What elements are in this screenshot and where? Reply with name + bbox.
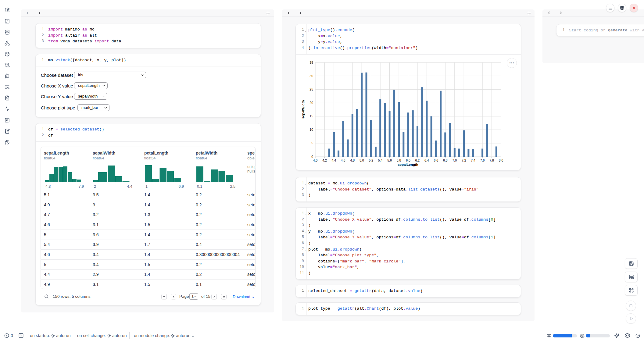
- svg-text:15: 15: [309, 114, 313, 118]
- svg-text:7.2: 7.2: [462, 159, 466, 162]
- svg-text:30: 30: [309, 74, 313, 78]
- svg-text:10: 10: [309, 128, 313, 131]
- svg-text:4.0: 4.0: [313, 159, 318, 162]
- svg-text:7.4: 7.4: [471, 159, 475, 162]
- svg-text:6.0: 6.0: [406, 159, 410, 162]
- svg-text:7.6: 7.6: [480, 159, 485, 162]
- svg-text:0: 0: [311, 155, 313, 159]
- svg-text:6.2: 6.2: [415, 159, 420, 162]
- svg-text:6.4: 6.4: [424, 159, 429, 162]
- svg-text:4.4: 4.4: [332, 159, 336, 162]
- svg-text:35: 35: [309, 61, 313, 64]
- svg-text:4.2: 4.2: [322, 159, 327, 162]
- svg-text:7.0: 7.0: [452, 159, 457, 162]
- svg-text:7.8: 7.8: [489, 159, 494, 162]
- svg-text:5.8: 5.8: [397, 159, 401, 162]
- svg-text:5: 5: [311, 141, 313, 145]
- svg-text:5.6: 5.6: [387, 159, 392, 162]
- svg-text:6.8: 6.8: [443, 159, 448, 162]
- svg-text:5.4: 5.4: [378, 159, 383, 162]
- svg-text:8.0: 8.0: [499, 159, 503, 162]
- svg-text:5.0: 5.0: [360, 159, 364, 162]
- svg-text:sepalLength: sepalLength: [398, 163, 418, 166]
- svg-text:25: 25: [309, 87, 313, 91]
- svg-text:4.8: 4.8: [350, 159, 355, 162]
- svg-text:4.6: 4.6: [341, 159, 345, 162]
- svg-text:6.6: 6.6: [434, 159, 438, 162]
- svg-text:5.2: 5.2: [369, 159, 373, 162]
- svg-text:sepalWidth: sepalWidth: [301, 100, 305, 119]
- svg-text:20: 20: [309, 101, 313, 105]
